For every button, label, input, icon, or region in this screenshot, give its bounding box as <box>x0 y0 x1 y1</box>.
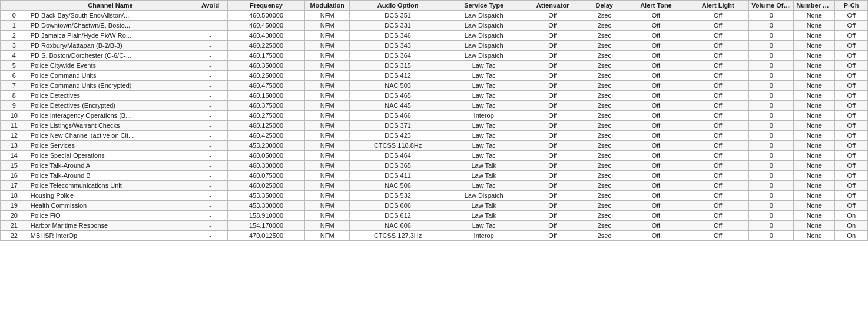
cell-frequency: 460.400000 <box>227 31 305 41</box>
cell-volume-offset: 0 <box>749 111 794 121</box>
cell-p-ch: Off <box>835 91 868 101</box>
cell-number-tag: None <box>794 61 835 71</box>
table-row: 22MBHSR InterOp-470.012500NFMCTCSS 127.3… <box>1 231 868 241</box>
cell-avoid: - <box>193 101 227 111</box>
cell-service-type: Law Dispatch <box>446 21 522 31</box>
cell-attenuator: Off <box>522 201 584 211</box>
cell-alert-tone: Off <box>625 171 687 181</box>
cell-service-type: Law Dispatch <box>446 31 522 41</box>
cell-idx: 20 <box>1 211 28 221</box>
table-row: 10Police Interagency Operations (B...-46… <box>1 111 868 121</box>
cell-idx: 5 <box>1 61 28 71</box>
cell-attenuator: Off <box>522 211 584 221</box>
cell-delay: 2sec <box>584 191 625 201</box>
cell-alert-tone: Off <box>625 141 687 151</box>
cell-alert-light: Off <box>687 221 749 231</box>
cell-attenuator: Off <box>522 21 584 31</box>
cell-number-tag: None <box>794 161 835 171</box>
cell-alert-tone: Off <box>625 211 687 221</box>
cell-frequency: 460.375000 <box>227 101 305 111</box>
cell-channel-name: Police Talk-Around B <box>28 171 193 181</box>
cell-frequency: 460.075000 <box>227 171 305 181</box>
cell-alert-light: Off <box>687 141 749 151</box>
cell-alert-light: Off <box>687 201 749 211</box>
cell-service-type: Law Tac <box>446 101 522 111</box>
cell-modulation: NFM <box>305 201 350 211</box>
cell-idx: 21 <box>1 221 28 231</box>
cell-delay: 2sec <box>584 21 625 31</box>
cell-idx: 17 <box>1 181 28 191</box>
cell-delay: 2sec <box>584 101 625 111</box>
col-header-delay: Delay <box>584 1 625 11</box>
cell-attenuator: Off <box>522 171 584 181</box>
cell-number-tag: None <box>794 121 835 131</box>
cell-p-ch: Off <box>835 71 868 81</box>
cell-idx: 15 <box>1 161 28 171</box>
cell-attenuator: Off <box>522 131 584 141</box>
cell-alert-light: Off <box>687 61 749 71</box>
cell-frequency: 453.350000 <box>227 191 305 201</box>
cell-avoid: - <box>193 111 227 121</box>
cell-avoid: - <box>193 61 227 71</box>
cell-volume-offset: 0 <box>749 91 794 101</box>
cell-alert-light: Off <box>687 31 749 41</box>
cell-audio-option: DCS 365 <box>350 161 446 171</box>
cell-alert-light: Off <box>687 91 749 101</box>
cell-p-ch: Off <box>835 171 868 181</box>
cell-modulation: NFM <box>305 211 350 221</box>
col-header-service-type: Service Type <box>446 1 522 11</box>
cell-channel-name: PD Jamaica Plain/Hyde Pk/W Ro... <box>28 31 193 41</box>
cell-idx: 8 <box>1 91 28 101</box>
cell-channel-name: Police Detectives (Encrypted) <box>28 101 193 111</box>
cell-avoid: - <box>193 51 227 61</box>
cell-alert-tone: Off <box>625 101 687 111</box>
cell-attenuator: Off <box>522 101 584 111</box>
cell-avoid: - <box>193 191 227 201</box>
cell-frequency: 154.170000 <box>227 221 305 231</box>
cell-service-type: Law Dispatch <box>446 41 522 51</box>
cell-modulation: NFM <box>305 121 350 131</box>
cell-attenuator: Off <box>522 141 584 151</box>
cell-frequency: 460.250000 <box>227 71 305 81</box>
cell-audio-option: NAC 606 <box>350 221 446 231</box>
cell-p-ch: Off <box>835 151 868 161</box>
cell-volume-offset: 0 <box>749 141 794 151</box>
cell-audio-option: DCS 351 <box>350 11 446 21</box>
cell-delay: 2sec <box>584 171 625 181</box>
table-row: 12Police New Channel (active on Cit...-4… <box>1 131 868 141</box>
cell-service-type: Law Tac <box>446 81 522 91</box>
col-header-number-tag: Number Tag <box>794 1 835 11</box>
cell-service-type: Law Tac <box>446 91 522 101</box>
cell-idx: 7 <box>1 81 28 91</box>
cell-alert-light: Off <box>687 151 749 161</box>
cell-modulation: NFM <box>305 71 350 81</box>
cell-delay: 2sec <box>584 121 625 131</box>
cell-service-type: Interop <box>446 111 522 121</box>
cell-p-ch: Off <box>835 81 868 91</box>
cell-avoid: - <box>193 91 227 101</box>
cell-volume-offset: 0 <box>749 51 794 61</box>
cell-delay: 2sec <box>584 91 625 101</box>
cell-alert-tone: Off <box>625 131 687 141</box>
cell-service-type: Law Tac <box>446 61 522 71</box>
cell-alert-tone: Off <box>625 81 687 91</box>
cell-modulation: NFM <box>305 41 350 51</box>
col-header-modulation: Modulation <box>305 1 350 11</box>
table-row: 19Health Commission-453.300000NFMDCS 606… <box>1 201 868 211</box>
cell-volume-offset: 0 <box>749 181 794 191</box>
cell-avoid: - <box>193 231 227 241</box>
cell-alert-tone: Off <box>625 11 687 21</box>
cell-frequency: 460.475000 <box>227 81 305 91</box>
table-row: 6Police Command Units-460.250000NFMDCS 4… <box>1 71 868 81</box>
cell-avoid: - <box>193 81 227 91</box>
cell-channel-name: Health Commission <box>28 201 193 211</box>
cell-idx: 9 <box>1 101 28 111</box>
cell-alert-light: Off <box>687 121 749 131</box>
cell-audio-option: DCS 371 <box>350 121 446 131</box>
cell-avoid: - <box>193 41 227 51</box>
table-row: 15Police Talk-Around A-460.300000NFMDCS … <box>1 161 868 171</box>
cell-volume-offset: 0 <box>749 231 794 241</box>
cell-frequency: 460.425000 <box>227 131 305 141</box>
cell-alert-light: Off <box>687 21 749 31</box>
table-row: 9Police Detectives (Encrypted)-460.37500… <box>1 101 868 111</box>
